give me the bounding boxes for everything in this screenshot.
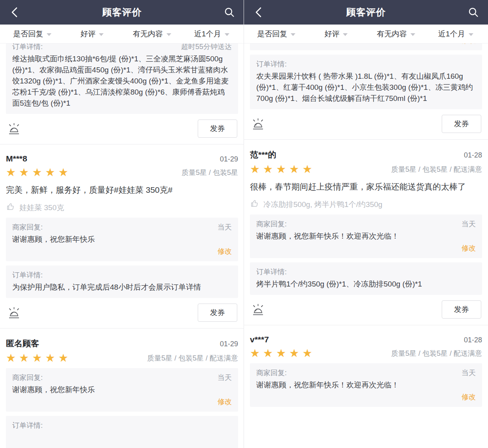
order-details-label: 订单详情: (12, 420, 43, 431)
review-date: 01-28 (464, 336, 482, 344)
issue-coupon-button[interactable]: 发券 (198, 120, 237, 138)
edit-reply-link[interactable]: 修改 (218, 247, 232, 255)
card-actions: 发券 (7, 304, 237, 322)
filter-has-content[interactable]: 有无内容 (366, 29, 426, 39)
review-card: 范***的 01-28 ★★★★★ 质量5星 / 包装5星 / 配送满意 很棒，… (250, 149, 482, 319)
merchant-reply-label: 商家回复: (256, 219, 287, 230)
filter-rating-type[interactable]: 好评 (306, 29, 366, 39)
star-rating: ★★★★★ (6, 353, 72, 364)
filter-reply-status-label: 是否回复 (13, 29, 43, 39)
search-icon[interactable] (223, 6, 235, 18)
merchant-reply-box: 商家回复: 当天 谢谢惠顾，祝您新年快乐！欢迎再次光临！ 修改 (250, 363, 482, 407)
filter-bar: 是否回复 好评 有无内容 近1个月 (0, 25, 244, 44)
card-divider (0, 144, 244, 144)
merchant-reply-label: 商家回复: (12, 372, 43, 383)
back-icon[interactable] (9, 6, 21, 18)
rating-summary: 质量5星 / 包装5星 / 配送满意 (391, 349, 482, 358)
reply-time: 当天 (462, 368, 476, 378)
back-icon[interactable] (253, 6, 265, 18)
order-items-text: 烤半片鸭1个/约350g (份)*1、冷冻肋排500g (份)*1 (256, 279, 476, 290)
filter-rating-type-label: 好评 (324, 29, 339, 39)
merchant-reply-box: 商家回复: 当天 谢谢惠顾，祝您新年快乐！欢迎再次光临！ 修改 (250, 215, 482, 258)
merchant-reply-text: 谢谢惠顾，祝您新年快乐！欢迎再次光临！ (256, 231, 476, 242)
filter-reply-status[interactable]: 是否回复 (2, 29, 62, 39)
review-card: 匿名顾客 01-29 ★★★★★ 质量5星 / 包装5星 / 配送满意 商家回复… (6, 338, 238, 448)
card-divider (0, 328, 244, 328)
app-header: 顾客评价 (244, 0, 488, 25)
filter-rating-type-label: 好评 (80, 29, 95, 39)
order-items-text: 为保护用户隐私，订单完成后48小时后才会展示订单详情 (12, 282, 232, 293)
reviewer-username: v***7 (250, 335, 269, 344)
order-details-box: 订单详情: (6, 416, 238, 448)
filter-time-period[interactable]: 近1个月 (182, 29, 242, 39)
alarm-icon[interactable] (7, 307, 21, 322)
order-details-label: 订单详情: (12, 270, 43, 281)
filter-has-content[interactable]: 有无内容 (122, 29, 182, 39)
edit-reply-link[interactable]: 修改 (462, 244, 476, 252)
thumbs-up-icon (250, 199, 259, 210)
review-card: M***8 01-29 ★★★★★ 质量5星 / 包装5星 完美，新鲜，服务好，… (6, 154, 238, 322)
review-list: 订单详情: 超时55分钟送达 维达抽取式面巾纸130抽*6包/提 (份)*1、三… (0, 44, 244, 448)
chevron-down-icon (225, 33, 229, 36)
edit-reply-link[interactable]: 修改 (462, 44, 476, 44)
product-tag: 娃娃菜 350克 (6, 202, 238, 213)
order-details-label: 订单详情: (256, 59, 287, 70)
issue-coupon-button[interactable]: 发券 (442, 115, 481, 133)
order-details-label: 订单详情: (256, 267, 287, 277)
merchant-reply-text: 谢谢惠顾，祝您新年快乐 (12, 384, 232, 395)
merchant-reply-text: 谢谢惠顾，祝您新年快乐 (12, 234, 232, 245)
chevron-down-icon (343, 33, 348, 36)
star-rating: ★★★★★ (250, 348, 316, 359)
merchant-reply-label: 商家回复: (12, 222, 43, 233)
reviewer-username: 匿名顾客 (6, 338, 39, 349)
order-details-box: 订单详情: 超时55分钟送达 维达抽取式面巾纸130抽*6包/提 (份)*1、三… (6, 44, 238, 114)
page-title: 顾客评价 (244, 6, 488, 19)
filter-has-content-label: 有无内容 (377, 29, 407, 39)
alarm-icon[interactable] (251, 304, 265, 319)
reply-time: 当天 (218, 373, 232, 382)
review-text: 很棒，春节期间赶上疫情严重，家乐福还能送货真的太棒了 (250, 180, 482, 193)
filter-rating-type[interactable]: 好评 (62, 29, 122, 39)
app-header: 顾客评价 (0, 0, 244, 25)
filter-time-period-label: 近1个月 (194, 29, 221, 39)
filter-bar: 是否回复 好评 有无内容 近1个月 (244, 25, 488, 44)
filter-time-period[interactable]: 近1个月 (426, 29, 486, 39)
review-text: 完美，新鲜，服务好，质量好#娃娃菜 350克# (6, 184, 238, 196)
order-items-text: 农夫果园果汁饮料 ( 热带水果 )1.8L (份)*1、有友山椒凤爪160g (… (256, 71, 476, 104)
chevron-down-icon (410, 33, 415, 36)
issue-coupon-button[interactable]: 发券 (442, 300, 481, 319)
product-tag-label: 娃娃菜 350克 (19, 203, 64, 213)
product-tag: 冷冻肋排500g, 烤半片鸭1个/约350g (250, 199, 482, 210)
alarm-icon[interactable] (251, 118, 265, 133)
merchant-reply-text: 谢谢惠顾，祝您新年快乐！欢迎再次光临！ (256, 380, 476, 391)
reply-time: 当天 (218, 222, 232, 232)
order-items-text: 维达抽取式面巾纸130抽*6包/提 (份)*1、三全凌黑芝麻汤圆500g (份)… (12, 53, 232, 109)
review-date: 01-29 (220, 340, 238, 348)
page-title: 顾客评价 (0, 6, 244, 19)
filter-reply-status-label: 是否回复 (257, 29, 287, 39)
merchant-reply-box: 商家回复: 当天 谢谢惠顾，祝您新年快乐 修改 (6, 368, 238, 412)
filter-reply-status[interactable]: 是否回复 (246, 29, 306, 39)
issue-coupon-button[interactable]: 发券 (198, 304, 237, 322)
chevron-down-icon (469, 33, 473, 36)
order-details-label: 订单详情: (12, 44, 43, 52)
chevron-down-icon (47, 33, 51, 36)
edit-reply-link[interactable]: 修改 (462, 393, 476, 401)
search-icon[interactable] (467, 6, 479, 18)
alarm-icon[interactable] (7, 123, 21, 138)
edit-reply-link[interactable]: 修改 (218, 398, 232, 406)
left-screen: 顾客评价 是否回复 好评 有无内容 近1个月 订单详情: 超时55分钟送达 (0, 0, 244, 448)
thumbs-up-icon (6, 202, 15, 213)
card-divider (244, 139, 488, 140)
delivery-status: 超时55分钟送达 (181, 44, 232, 51)
reply-time: 当天 (462, 219, 476, 229)
product-tag-label: 冷冻肋排500g, 烤半片鸭1个/约350g (263, 199, 382, 210)
reviewer-username: M***8 (6, 154, 27, 163)
card-actions: 发券 (251, 300, 481, 319)
star-rating: ★★★★★ (250, 164, 316, 175)
star-rating: ★★★★★ (6, 167, 72, 178)
rating-summary: 质量5星 / 包装5星 / 配送满意 (147, 353, 238, 363)
card-actions: 发券 (251, 115, 481, 133)
card-divider (244, 325, 488, 325)
card-actions: 发券 (7, 120, 237, 138)
